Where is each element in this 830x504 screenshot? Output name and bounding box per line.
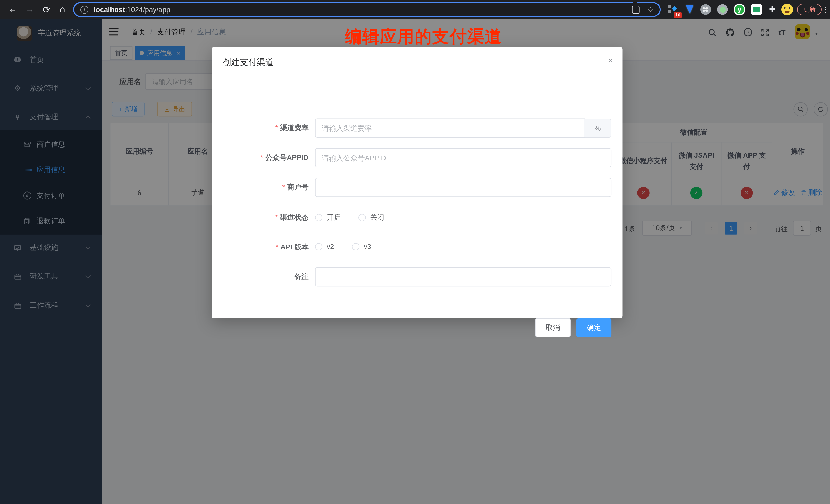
annotation-text: 编辑应用的支付渠道 [233, 25, 614, 49]
extension-chat-icon[interactable] [749, 3, 763, 17]
browser-menu-icon[interactable]: ⋮ [821, 0, 830, 19]
create-pay-channel-dialog: 创建支付渠道 × *渠道费率 % *公众号APPID *商户号 *渠道状态 开启 [212, 47, 622, 318]
bookmark-star-icon[interactable]: ☆ [647, 5, 655, 14]
remark-input[interactable] [315, 267, 611, 286]
browser-profile-avatar[interactable] [780, 3, 794, 17]
dialog-title: 创建支付渠道 [223, 57, 274, 68]
status-on-radio[interactable]: 开启 [315, 213, 341, 222]
radio-circle-icon [352, 243, 359, 250]
radio-circle-icon [315, 243, 322, 250]
extension-tiles-icon[interactable]: ◆ 10 [666, 3, 680, 17]
site-info-icon[interactable]: i [81, 6, 89, 13]
extension-command-icon[interactable]: ⌘ [699, 3, 712, 17]
form-row-remark: 备注 [212, 267, 622, 286]
screen: ← → ⟳ ⌂ i localhost:1024/pay/app ☆ ◆ 10 … [0, 0, 830, 504]
back-icon[interactable]: ← [5, 0, 20, 19]
browser-chrome: ← → ⟳ ⌂ i localhost:1024/pay/app ☆ ◆ 10 … [0, 0, 830, 19]
merchant-no-input[interactable] [315, 178, 611, 197]
extension-badge: 10 [674, 12, 682, 18]
form-row-merchant: *商户号 [212, 178, 622, 197]
form-row-appid: *公众号APPID [212, 148, 622, 167]
radio-circle-icon [358, 214, 366, 221]
radio-circle-icon [315, 214, 322, 221]
extension-dot-icon[interactable] [716, 3, 730, 17]
dialog-close-icon[interactable]: × [608, 56, 613, 66]
api-v3-radio[interactable]: v3 [352, 243, 371, 250]
extension-kite-icon[interactable] [683, 3, 697, 17]
cancel-button[interactable]: 取消 [535, 318, 571, 337]
rate-input[interactable] [315, 119, 585, 138]
url-bar[interactable]: i localhost:1024/pay/app ☆ [73, 2, 661, 17]
reload-icon[interactable]: ⟳ [39, 0, 54, 19]
home-icon[interactable]: ⌂ [55, 0, 70, 19]
api-v2-radio[interactable]: v2 [315, 243, 334, 250]
browser-update-button[interactable]: 更新 [797, 4, 822, 15]
app-viewport: 芋道管理系统 首页 ⚙ 系统管理 ¥ 支付管理 [0, 19, 830, 504]
extensions-puzzle-icon[interactable]: ✚ [765, 3, 779, 17]
extension-y-icon[interactable]: y [733, 3, 746, 17]
form-row-api-version: *API 版本 v2 v3 [212, 238, 622, 257]
url-host: localhost [94, 6, 125, 13]
appid-input[interactable] [315, 148, 611, 167]
share-icon[interactable] [632, 6, 639, 13]
form-row-rate: *渠道费率 % [212, 119, 622, 138]
percent-suffix: % [584, 119, 611, 138]
url-path: :1024/pay/app [125, 6, 170, 13]
status-off-radio[interactable]: 关闭 [358, 213, 384, 222]
forward-icon[interactable]: → [22, 0, 37, 19]
form-row-status: *渠道状态 开启 关闭 [212, 208, 622, 227]
confirm-button[interactable]: 确定 [576, 318, 611, 337]
